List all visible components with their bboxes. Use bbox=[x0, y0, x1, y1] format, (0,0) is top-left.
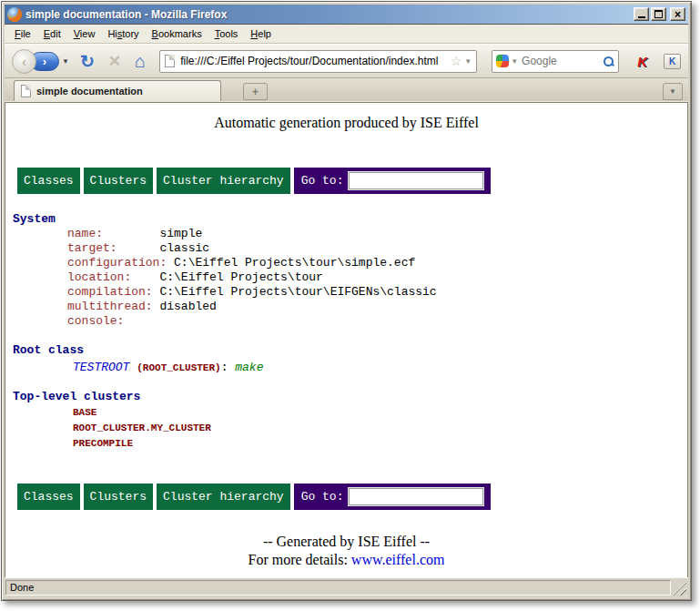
field-value: simple bbox=[159, 227, 202, 240]
search-input[interactable] bbox=[522, 55, 603, 67]
menu-accel: B bbox=[152, 28, 158, 39]
class-link-testroot[interactable]: TESTROOT bbox=[73, 361, 129, 374]
menu-tools[interactable]: Tools bbox=[208, 26, 245, 41]
system-heading: System bbox=[13, 212, 680, 227]
field-label: location: bbox=[67, 270, 159, 284]
system-row: name: simple bbox=[13, 227, 680, 241]
stop-button[interactable]: ✕ bbox=[108, 54, 121, 69]
tab-bar: simple documentation + ▼ bbox=[5, 78, 688, 102]
menu-label: dit bbox=[50, 28, 61, 39]
title-bar[interactable]: simple documentation - Mozilla Firefox × bbox=[5, 5, 688, 25]
tab-title: simple documentation bbox=[36, 86, 143, 97]
navigation-toolbar: ‹ › ▼ ↻ ✕ ⌂ ☆ ▼ ▼ K K bbox=[5, 44, 688, 78]
system-row: multithread: disabled bbox=[13, 300, 680, 314]
system-row: console: bbox=[13, 314, 680, 329]
menu-view[interactable]: View bbox=[67, 26, 102, 41]
system-row: location: C:\Eiffel Projects\tour bbox=[13, 270, 680, 285]
url-bar[interactable]: ☆ ▼ bbox=[159, 50, 477, 73]
cluster-link-root-cluster-my-cluster[interactable]: ROOT_CLUSTER.MY_CLUSTER bbox=[73, 423, 211, 433]
goto-box-bottom: Go to: bbox=[294, 484, 492, 510]
url-input[interactable] bbox=[180, 55, 447, 67]
cluster-hierarchy-button[interactable]: Cluster hierarchy bbox=[157, 168, 290, 194]
menu-label: ools bbox=[219, 28, 238, 39]
minimize-button[interactable] bbox=[634, 7, 649, 21]
field-label: console: bbox=[67, 314, 124, 328]
cluster-hierarchy-button-bottom[interactable]: Cluster hierarchy bbox=[157, 484, 290, 510]
goto-input[interactable] bbox=[349, 172, 483, 189]
goto-box: Go to: bbox=[294, 168, 492, 194]
menu-bookmarks[interactable]: Bookmarks bbox=[146, 26, 208, 41]
window-title: simple documentation - Mozilla Firefox bbox=[25, 8, 634, 21]
maximize-icon bbox=[654, 10, 663, 18]
menu-accel: V bbox=[74, 28, 80, 39]
history-dropdown-icon[interactable]: ▼ bbox=[62, 57, 69, 66]
search-engine-dropdown-icon[interactable]: ▼ bbox=[511, 57, 518, 66]
minimize-icon bbox=[638, 16, 645, 18]
firefox-window: simple documentation - Mozilla Firefox ×… bbox=[1, 1, 692, 601]
resize-grip[interactable] bbox=[673, 582, 686, 596]
clusters-button-bottom[interactable]: Clusters bbox=[84, 484, 153, 510]
back-forward-group: ‹ › ▼ bbox=[12, 49, 69, 74]
field-label: name: bbox=[67, 227, 159, 240]
details-prefix: For more details: bbox=[249, 552, 351, 567]
doc-title: Automatic generation produced by ISE Eif… bbox=[13, 115, 680, 131]
separator: : bbox=[221, 361, 236, 374]
menu-file[interactable]: File bbox=[8, 26, 37, 41]
menu-label: ile bbox=[21, 28, 31, 39]
goto-input-bottom[interactable] bbox=[349, 488, 483, 505]
close-button[interactable]: × bbox=[670, 7, 685, 21]
field-label: compilation: bbox=[67, 285, 159, 299]
tab-simple-documentation[interactable]: simple documentation bbox=[14, 80, 221, 101]
menu-help[interactable]: Help bbox=[244, 26, 278, 41]
root-class-line: TESTROOT (ROOT_CLUSTER): make bbox=[13, 361, 680, 375]
google-engine-icon[interactable] bbox=[496, 55, 509, 67]
tab-list-button[interactable]: ▼ bbox=[663, 83, 683, 100]
tab-page-icon bbox=[21, 85, 31, 97]
new-tab-button[interactable]: + bbox=[243, 83, 268, 100]
browser-viewport: Automatic generation produced by ISE Eif… bbox=[5, 102, 688, 577]
root-class-heading: Root class bbox=[13, 343, 680, 358]
cluster-item: BASE bbox=[13, 405, 680, 420]
kaspersky-icon[interactable]: K bbox=[637, 54, 647, 69]
maximize-button[interactable] bbox=[651, 7, 666, 21]
virtual-keyboard-button[interactable]: K bbox=[664, 54, 681, 69]
classes-button[interactable]: Classes bbox=[17, 168, 80, 194]
menu-label: tory bbox=[122, 28, 138, 39]
window-controls: × bbox=[634, 7, 685, 21]
clusters-button[interactable]: Clusters bbox=[84, 168, 153, 194]
field-value: C:\Eiffel Projects\tour\simple.ecf bbox=[174, 256, 415, 270]
feature-link-make[interactable]: make bbox=[235, 361, 263, 374]
search-magnifier-icon[interactable] bbox=[603, 56, 614, 67]
field-label: target: bbox=[67, 241, 159, 255]
reload-button[interactable]: ↻ bbox=[80, 53, 95, 70]
menu-edit[interactable]: Edit bbox=[37, 26, 67, 41]
document-body: Automatic generation produced by ISE Eif… bbox=[5, 103, 687, 575]
top-level-clusters-heading: Top-level clusters bbox=[13, 390, 680, 404]
field-value: classic bbox=[159, 241, 209, 255]
menu-label: elp bbox=[258, 28, 271, 39]
close-icon: × bbox=[675, 9, 681, 20]
cluster-link-precompile[interactable]: PRECOMPILE bbox=[73, 438, 133, 449]
cluster-link-base[interactable]: BASE bbox=[73, 407, 96, 418]
menu-accel: F bbox=[15, 28, 21, 39]
bookmark-star-icon[interactable]: ☆ bbox=[451, 54, 462, 68]
cluster-ref-link[interactable]: (ROOT_CLUSTER) bbox=[137, 362, 220, 373]
system-row: compilation: C:\Eiffel Projects\tour\EIF… bbox=[13, 285, 680, 300]
classes-button-bottom[interactable]: Classes bbox=[17, 484, 80, 510]
field-value: C:\Eiffel Projects\tour\EIFGENs\classic bbox=[159, 285, 436, 299]
status-text: Done bbox=[5, 580, 671, 596]
menu-history[interactable]: History bbox=[101, 26, 145, 41]
system-row: configuration: C:\Eiffel Projects\tour\s… bbox=[13, 256, 680, 270]
search-box[interactable]: ▼ bbox=[492, 50, 619, 73]
desktop: simple documentation - Mozilla Firefox ×… bbox=[0, 0, 700, 611]
back-button[interactable]: ‹ bbox=[12, 49, 36, 74]
field-value: C:\Eiffel Projects\tour bbox=[159, 270, 322, 284]
eiffel-com-link[interactable]: www.eiffel.com bbox=[351, 552, 445, 567]
menu-label: Hi bbox=[107, 28, 117, 39]
cluster-item: PRECOMPILE bbox=[13, 436, 680, 451]
field-label: multithread: bbox=[67, 300, 159, 313]
home-button[interactable]: ⌂ bbox=[135, 52, 146, 70]
cluster-item: ROOT_CLUSTER.MY_CLUSTER bbox=[13, 421, 680, 435]
plus-icon: + bbox=[252, 86, 259, 98]
url-dropdown-icon[interactable]: ▼ bbox=[464, 57, 472, 66]
